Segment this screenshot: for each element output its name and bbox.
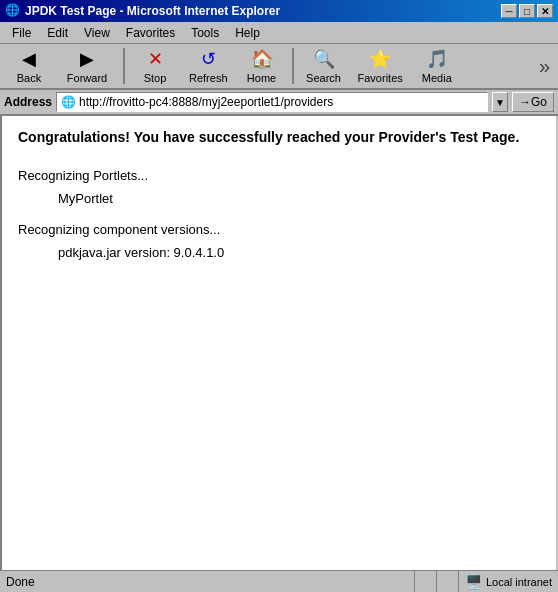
menu-help[interactable]: Help	[227, 24, 268, 42]
version-text: pdkjava.jar version: 9.0.4.1.0	[58, 245, 540, 260]
search-button[interactable]: 🔍 Search	[299, 46, 349, 86]
toolbar: ◀ Back ▶ Forward ✕ Stop ↺ Refresh 🏠 Home…	[0, 44, 558, 90]
back-label: Back	[17, 72, 41, 84]
forward-label: Forward	[67, 72, 107, 84]
forward-button[interactable]: ▶ Forward	[56, 46, 118, 86]
favorites-button[interactable]: ⭐ Favorites	[351, 46, 410, 86]
portlet-name-text: MyPortlet	[58, 191, 540, 206]
back-button[interactable]: ◀ Back	[4, 46, 54, 86]
address-favicon: 🌐	[61, 95, 76, 109]
status-pane-2	[415, 571, 437, 592]
address-input[interactable]	[79, 95, 483, 109]
home-button[interactable]: 🏠 Home	[237, 46, 287, 86]
menu-view[interactable]: View	[76, 24, 118, 42]
menu-bar: File Edit View Favorites Tools Help	[0, 22, 558, 44]
address-bar: Address 🌐 ▼ → Go	[0, 90, 558, 116]
status-main-pane: Done	[0, 571, 415, 592]
title-bar: 🌐 JPDK Test Page - Microsoft Internet Ex…	[0, 0, 558, 22]
go-arrow-icon: →	[519, 95, 531, 109]
congratulations-text: Congratulations! You have successfully r…	[18, 128, 540, 148]
zone-icon: 🖥️	[465, 574, 482, 590]
toolbar-more[interactable]: »	[535, 55, 554, 78]
stop-label: Stop	[144, 72, 167, 84]
menu-tools[interactable]: Tools	[183, 24, 227, 42]
close-button[interactable]: ✕	[537, 4, 553, 18]
go-label: Go	[531, 95, 547, 109]
recognizing-portlets-text: Recognizing Portlets...	[18, 168, 540, 183]
favorites-icon: ⭐	[368, 48, 392, 70]
menu-file[interactable]: File	[4, 24, 39, 42]
home-label: Home	[247, 72, 276, 84]
status-bar: Done 🖥️ Local intranet	[0, 570, 558, 592]
menu-favorites[interactable]: Favorites	[118, 24, 183, 42]
home-icon: 🏠	[250, 48, 274, 70]
back-icon: ◀	[17, 48, 41, 70]
app-icon: 🌐	[5, 3, 21, 19]
refresh-label: Refresh	[189, 72, 228, 84]
toolbar-separator-1	[123, 48, 125, 84]
minimize-button[interactable]: ─	[501, 4, 517, 18]
search-icon: 🔍	[312, 48, 336, 70]
status-zone-pane: 🖥️ Local intranet	[459, 574, 558, 590]
window-controls: ─ □ ✕	[501, 4, 553, 18]
address-dropdown[interactable]: ▼	[492, 92, 508, 112]
go-button[interactable]: → Go	[512, 92, 554, 112]
address-input-wrapper: 🌐	[56, 92, 488, 112]
zone-text: Local intranet	[486, 576, 552, 588]
status-text: Done	[6, 575, 35, 589]
window-title: JPDK Test Page - Microsoft Internet Expl…	[25, 4, 280, 18]
search-label: Search	[306, 72, 341, 84]
recognizing-versions-text: Recognizing component versions...	[18, 222, 540, 237]
status-pane-3	[437, 571, 459, 592]
refresh-button[interactable]: ↺ Refresh	[182, 46, 235, 86]
toolbar-separator-2	[292, 48, 294, 84]
content-area: Congratulations! You have successfully r…	[0, 116, 558, 570]
menu-edit[interactable]: Edit	[39, 24, 76, 42]
media-icon: 🎵	[425, 48, 449, 70]
address-label: Address	[4, 95, 52, 109]
forward-icon: ▶	[75, 48, 99, 70]
stop-button[interactable]: ✕ Stop	[130, 46, 180, 86]
stop-icon: ✕	[143, 48, 167, 70]
media-label: Media	[422, 72, 452, 84]
media-button[interactable]: 🎵 Media	[412, 46, 462, 86]
maximize-button[interactable]: □	[519, 4, 535, 18]
favorites-label: Favorites	[358, 72, 403, 84]
refresh-icon: ↺	[196, 48, 220, 70]
